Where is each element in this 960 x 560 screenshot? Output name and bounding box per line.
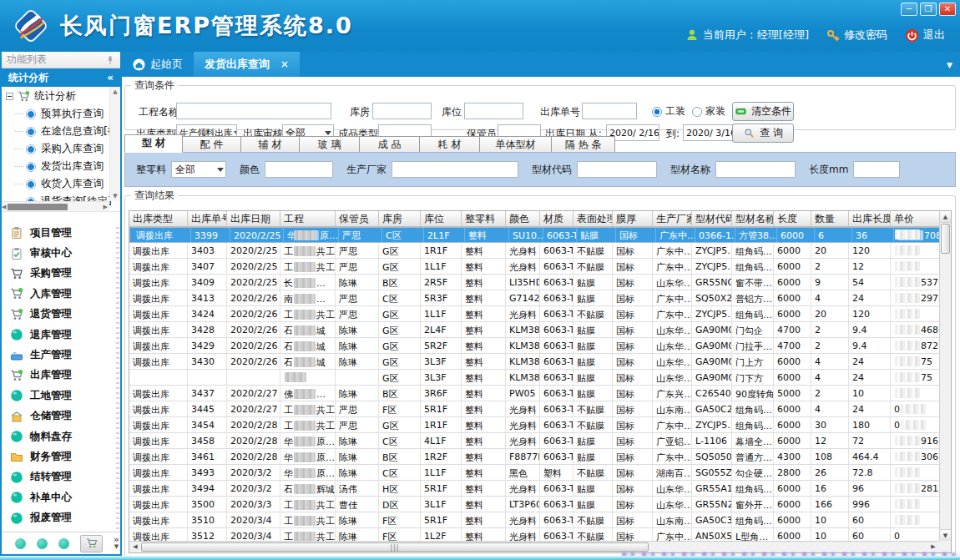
logout-button[interactable]: 退出	[905, 28, 945, 43]
scroll-left-icon[interactable]: ◀	[129, 542, 141, 552]
column-header[interactable]: 单价	[891, 211, 943, 226]
scrollbar-thumb[interactable]: |||	[141, 542, 649, 552]
table-row[interactable]: 调拨出库34292020/2/26石城陈琳G区5R2F整料KLM38176063…	[129, 338, 952, 354]
column-header[interactable]: 型材代码	[692, 211, 732, 226]
table-row[interactable]: 调拨出库34282020/2/26石城陈琳G区2L4F整料KLM38176063…	[129, 322, 952, 338]
footer-module-icon[interactable]	[58, 538, 69, 549]
scroll-down-icon[interactable]: ▼	[110, 193, 120, 199]
material-tab[interactable]: 单体型材	[480, 136, 552, 153]
section-header[interactable]: 统计分析 «	[2, 68, 120, 87]
warehouse-input[interactable]	[372, 103, 432, 119]
material-tab[interactable]: 型 材	[124, 134, 183, 153]
sidebar-menu-item[interactable]: 结转管理	[2, 467, 120, 487]
sidebar-menu-item[interactable]: 项目管理	[2, 223, 120, 243]
tree-expander-icon[interactable]	[6, 93, 13, 100]
table-row[interactable]: 调拨出库34072020/2/25工共工程严思G区1L1F整料光身料6063-T…	[129, 259, 952, 275]
tab-close-icon[interactable]: ×	[280, 58, 289, 70]
table-row[interactable]: 调拨出库34942020/3/2石辉城汤伟H区5R1F整料光身料6063-T5贴…	[129, 481, 952, 497]
sidebar-menu-item[interactable]: 物料盘存	[2, 426, 120, 446]
search-button[interactable]: 查 询	[732, 124, 794, 143]
radio-gongzhuang[interactable]: 工装	[652, 104, 685, 119]
table-row[interactable]: 调拨出库34582020/2/28华原…陈琳C区4L1F整料光身料6063-T5…	[129, 433, 952, 449]
sidebar-menu-item[interactable]: 财务管理	[2, 446, 120, 467]
length-input[interactable]	[853, 161, 900, 178]
column-header[interactable]: 出库长度	[849, 211, 891, 226]
column-header[interactable]: 数量	[811, 211, 849, 226]
tree-item[interactable]: 预算执行查询	[2, 105, 120, 123]
location-input[interactable]	[464, 103, 523, 119]
sidebar-menu-item[interactable]: 退库管理	[2, 325, 120, 345]
project-name-input[interactable]	[176, 103, 331, 119]
material-tab[interactable]: 辅 材	[241, 136, 300, 153]
table-row[interactable]: 调拨出库35002020/3/3工共工程曹佳D区3L1F整料LT3P606063…	[129, 497, 952, 512]
pin-icon[interactable]	[105, 55, 115, 65]
profile-code-input[interactable]	[577, 161, 657, 178]
tab-overflow-chevron-icon[interactable]: ▼	[947, 61, 952, 69]
footer-module-icon[interactable]	[37, 538, 48, 549]
scroll-right-icon[interactable]: ▶	[104, 204, 108, 210]
material-tab[interactable]: 成 品	[360, 136, 420, 153]
material-tab[interactable]: 耗 材	[420, 136, 480, 153]
tree-horizontal-scrollbar[interactable]: ◀ ▶	[2, 201, 109, 211]
table-row[interactable]: 调拨出库34932020/3/2华原…陈琳C区1L1F整料黑色塑料不贴膜国标湖南…	[129, 465, 952, 481]
footer-cart-button[interactable]	[80, 535, 103, 552]
table-row[interactable]: 调拨出库34302020/2/26石城陈琳G区3L3F整料KLM38176063…	[129, 354, 952, 370]
collapse-icon[interactable]: «	[107, 72, 114, 83]
maximize-button[interactable]: ❐	[920, 3, 937, 16]
column-header[interactable]: 出库日期	[227, 211, 280, 226]
tab-home[interactable]: 起始页	[122, 52, 194, 77]
sidebar-menu-item[interactable]: 报废管理	[2, 507, 120, 527]
sidebar-menu-item[interactable]: 入库管理	[2, 284, 120, 304]
table-row[interactable]: 调拨出库34542020/2/28工共工程严思G区1R1F整料光身料6063-T…	[129, 417, 952, 433]
column-header[interactable]: 生产厂家	[653, 211, 692, 226]
column-header[interactable]: 出库单号	[188, 211, 227, 226]
change-password-button[interactable]: 修改密码	[826, 28, 887, 43]
sidebar-menu-item[interactable]: 工地管理	[2, 386, 120, 406]
maker-input[interactable]	[392, 161, 518, 178]
table-row[interactable]: 调拨出库34092020/2/25长…陈琳B区2R5F整料LI35HD6063-…	[129, 275, 952, 290]
table-row[interactable]: 调拨出库33992020/2/25华原…严思C区2L1F整料SU10…6063-…	[129, 227, 952, 243]
sidebar-menu-item[interactable]: 仓储管理	[2, 406, 120, 426]
material-tab[interactable]: 玻 璃	[300, 136, 360, 153]
column-header[interactable]: 颜色	[506, 211, 540, 226]
scroll-right-icon[interactable]: ▶	[927, 542, 939, 552]
sidebar-menu-item[interactable]: 补单中心	[2, 487, 120, 507]
scrollbar-thumb[interactable]	[8, 204, 68, 210]
column-header[interactable]: 出库类型	[129, 211, 188, 226]
order-no-input[interactable]	[582, 103, 637, 119]
sidebar-menu-item[interactable]: 出库管理	[2, 366, 120, 386]
tree-item[interactable]: 在途信息查询[待	[2, 123, 120, 140]
date-to-picker[interactable]: 2020/ 3/16	[683, 124, 736, 141]
column-header[interactable]: 长度	[774, 211, 811, 226]
scroll-up-icon[interactable]: ▲	[940, 211, 951, 223]
table-row[interactable]: 调拨出库34452020/2/27工共工程严思F区5R1F整料光身料6063-T…	[129, 401, 952, 417]
tree-vertical-scrollbar[interactable]: ▲ ▼	[109, 87, 120, 201]
color-input[interactable]	[265, 161, 333, 178]
table-row[interactable]: 调拨出库35102020/3/4工共工程陈琳F区5R1F整料光身料6063-T5…	[129, 512, 952, 528]
sidebar-menu-item[interactable]: 采购管理	[2, 264, 120, 284]
column-header[interactable]: 型材名称	[732, 211, 774, 226]
tree-item[interactable]: 发货出库查询	[2, 158, 120, 175]
column-header[interactable]: 表面处理	[573, 211, 613, 226]
tree-item[interactable]: 采购入库查询	[2, 140, 120, 158]
grid-horizontal-scrollbar[interactable]: ◀ ||| ▶	[129, 541, 939, 552]
close-button[interactable]: ✕	[939, 3, 956, 16]
footer-more-button[interactable]: » ▼	[114, 537, 119, 550]
sidebar-menu-item[interactable]: 退货管理	[2, 305, 120, 325]
tree-root-node[interactable]: 统计分析	[2, 87, 120, 105]
tab-shipping-query[interactable]: 发货出库查询 ×	[194, 52, 300, 77]
table-row[interactable]: 调拨出库34032020/2/25工共工程严思G区1R1F整料光身料6063-T…	[129, 243, 952, 259]
table-row[interactable]: 调拨出库34612020/2/28华原…陈琳B区1R2F整料F8877FT606…	[129, 449, 952, 465]
column-header[interactable]: 材质	[540, 211, 573, 226]
table-row[interactable]: G区3L3F整料KLM38176063-T5贴膜国标山东华…GA90M09.门下…	[129, 370, 952, 386]
scrollbar-thumb[interactable]	[941, 224, 950, 254]
sidebar-menu-item[interactable]: 生产管理	[2, 345, 120, 365]
minimize-button[interactable]: ─	[901, 3, 917, 16]
table-row[interactable]: 调拨出库34372020/2/27佛…陈琳B区3R6F整料PW056063-T5…	[129, 386, 952, 401]
scroll-down-icon[interactable]: ▼	[940, 529, 951, 541]
grid-vertical-scrollbar[interactable]: ▲ ▼	[939, 211, 951, 541]
sidebar-menu-item[interactable]: 审核中心	[2, 243, 120, 263]
profile-name-input[interactable]	[715, 161, 796, 178]
column-header[interactable]: 工程	[280, 211, 336, 226]
table-row[interactable]: 调拨出库34132020/2/26南…严思C区5R3F整料G714226063-…	[129, 290, 952, 306]
